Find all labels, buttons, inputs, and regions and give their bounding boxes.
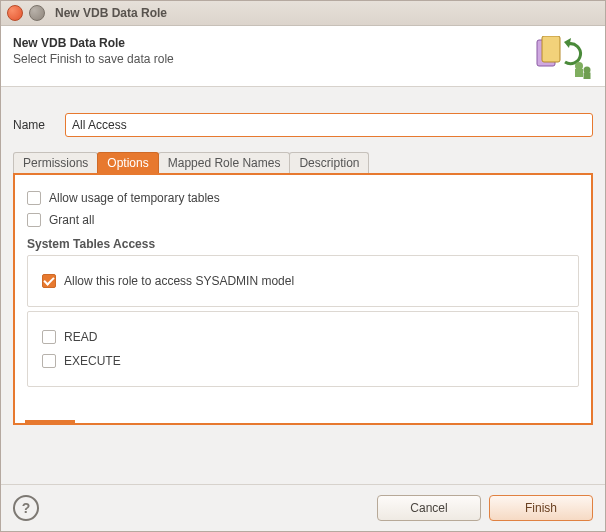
label-allow-temp-tables: Allow usage of temporary tables <box>49 191 220 205</box>
svg-point-5 <box>584 67 591 74</box>
options-panel: Allow usage of temporary tables Grant al… <box>13 173 593 425</box>
checkbox-read[interactable] <box>42 330 56 344</box>
row-allow-sysadmin: Allow this role to access SYSADMIN model <box>42 274 564 288</box>
row-allow-temp-tables: Allow usage of temporary tables <box>27 191 579 205</box>
dialog-body: Name Permissions Options Mapped Role Nam… <box>1 87 605 484</box>
tabstrip: Permissions Options Mapped Role Names De… <box>13 151 593 173</box>
label-execute: EXECUTE <box>64 354 121 368</box>
dialog-footer: ? Cancel Finish <box>1 484 605 531</box>
svg-rect-6 <box>584 73 591 80</box>
help-button[interactable]: ? <box>13 495 39 521</box>
label-read: READ <box>64 330 97 344</box>
dialog-window: New VDB Data Role New VDB Data Role Sele… <box>0 0 606 532</box>
tab-options[interactable]: Options <box>97 152 158 173</box>
checkbox-allow-temp-tables[interactable] <box>27 191 41 205</box>
header-subtitle: Select Finish to save data role <box>13 52 174 66</box>
name-label: Name <box>13 118 65 132</box>
header-title: New VDB Data Role <box>13 36 174 50</box>
row-execute: EXECUTE <box>42 354 564 368</box>
checkbox-execute[interactable] <box>42 354 56 368</box>
finish-button[interactable]: Finish <box>489 495 593 521</box>
group-system-tables: System Tables Access <box>27 237 579 251</box>
tab-description[interactable]: Description <box>289 152 369 173</box>
header-text: New VDB Data Role Select Finish to save … <box>13 36 174 80</box>
row-read: READ <box>42 330 564 344</box>
checkbox-grant-all[interactable] <box>27 213 41 227</box>
window-title: New VDB Data Role <box>55 6 167 20</box>
label-allow-sysadmin: Allow this role to access SYSADMIN model <box>64 274 294 288</box>
system-tables-card: Allow this role to access SYSADMIN model <box>27 255 579 307</box>
tab-permissions[interactable]: Permissions <box>13 152 98 173</box>
permissions-card: READ EXECUTE <box>27 311 579 387</box>
panel-scroll-indicator[interactable] <box>25 420 75 423</box>
close-icon[interactable] <box>7 5 23 21</box>
svg-marker-2 <box>564 38 571 48</box>
minimize-icon[interactable] <box>29 5 45 21</box>
titlebar: New VDB Data Role <box>1 1 605 26</box>
tab-mapped-role-names[interactable]: Mapped Role Names <box>158 152 291 173</box>
svg-rect-1 <box>542 36 560 62</box>
name-input[interactable] <box>65 113 593 137</box>
row-grant-all: Grant all <box>27 213 579 227</box>
label-grant-all: Grant all <box>49 213 94 227</box>
cancel-button[interactable]: Cancel <box>377 495 481 521</box>
name-row: Name <box>13 113 593 137</box>
svg-point-3 <box>575 62 583 70</box>
header-icon <box>533 36 593 80</box>
dialog-header: New VDB Data Role Select Finish to save … <box>1 26 605 87</box>
svg-rect-4 <box>575 69 583 77</box>
checkbox-allow-sysadmin[interactable] <box>42 274 56 288</box>
